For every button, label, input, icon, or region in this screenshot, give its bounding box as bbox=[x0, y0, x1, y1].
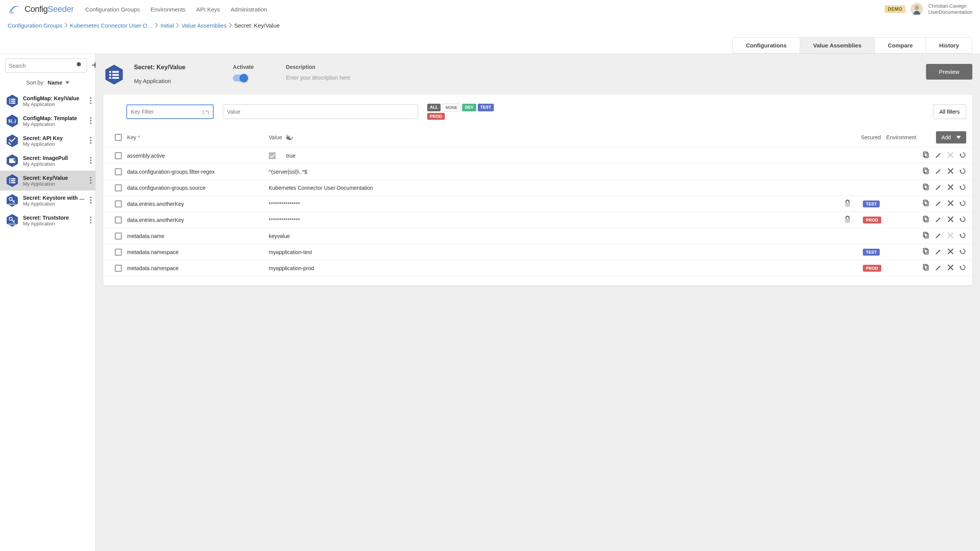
history-icon[interactable] bbox=[959, 248, 966, 256]
search-input[interactable] bbox=[9, 63, 76, 69]
copy-icon[interactable] bbox=[923, 152, 929, 160]
delete-icon[interactable] bbox=[947, 184, 954, 192]
copy-icon[interactable] bbox=[923, 248, 929, 256]
table-row: metadata.namespace myapplication-prod PR… bbox=[103, 260, 972, 276]
pill-prod[interactable]: PROD bbox=[427, 113, 445, 120]
breadcrumb-link[interactable]: Configuration Groups bbox=[8, 22, 62, 29]
sort-control[interactable]: Sort by: Name bbox=[0, 77, 95, 91]
table-row: data.entries.anotherKey *************** … bbox=[103, 196, 972, 212]
toggle-visibility-icon[interactable] bbox=[286, 134, 294, 141]
chevron-right-icon bbox=[229, 22, 232, 29]
assembly-icon bbox=[5, 214, 19, 227]
breadcrumb-link[interactable]: Kubernetes Connector User-D… bbox=[70, 22, 153, 29]
lock-icon bbox=[844, 202, 851, 208]
more-icon[interactable] bbox=[90, 97, 91, 105]
sidebar-item[interactable]: Secret: ImagePull My Application bbox=[0, 151, 95, 171]
delete-icon[interactable] bbox=[947, 248, 954, 256]
table-row: data.entries.anotherKey *************** … bbox=[103, 212, 972, 228]
copy-icon[interactable] bbox=[923, 232, 929, 240]
edit-icon[interactable] bbox=[935, 248, 942, 256]
pill-none[interactable]: NONE bbox=[442, 104, 461, 111]
tab-configurations[interactable]: Configurations bbox=[733, 37, 800, 53]
row-checkbox[interactable] bbox=[115, 201, 122, 207]
sidebar-item-sub: My Application bbox=[23, 101, 86, 107]
sidebar-item[interactable]: ConfigMap: Key/Value My Application bbox=[0, 91, 95, 111]
key-filter-input[interactable] bbox=[131, 109, 203, 115]
sidebar-item[interactable]: Secret: Key/Value My Application bbox=[0, 171, 95, 191]
row-checkbox[interactable] bbox=[115, 233, 122, 240]
delete-icon[interactable] bbox=[947, 168, 954, 176]
tab-compare[interactable]: Compare bbox=[875, 37, 926, 53]
copy-icon[interactable] bbox=[923, 216, 929, 224]
pill-test[interactable]: TEST bbox=[478, 104, 494, 111]
delete-icon[interactable] bbox=[947, 264, 954, 272]
sidebar-item[interactable]: ConfigMap: Template My Application bbox=[0, 111, 95, 131]
assembly-type-icon bbox=[103, 64, 125, 85]
edit-icon[interactable] bbox=[935, 184, 942, 192]
sidebar-item[interactable]: Secret: Keystore with … My Application bbox=[0, 191, 95, 210]
history-icon[interactable] bbox=[959, 168, 966, 176]
row-checkbox[interactable] bbox=[115, 217, 122, 223]
sort-value: Name bbox=[48, 80, 62, 86]
nav-groups[interactable]: Configuration Groups bbox=[85, 6, 140, 13]
add-entry-button[interactable]: Add bbox=[936, 131, 966, 143]
all-filters-button[interactable]: All filters bbox=[933, 104, 966, 119]
history-icon[interactable] bbox=[959, 264, 966, 272]
table-row: data.configuration-groups.filter-regex ^… bbox=[103, 164, 972, 180]
pill-dev[interactable]: DEV bbox=[462, 104, 476, 111]
tab-value-assemblies[interactable]: Value Assemblies bbox=[800, 37, 875, 53]
sidebar-item[interactable]: Secret: API Key My Application bbox=[0, 131, 95, 151]
history-icon[interactable] bbox=[959, 232, 966, 240]
edit-icon[interactable] bbox=[935, 264, 942, 272]
row-checkbox[interactable] bbox=[115, 168, 122, 175]
nav-keys[interactable]: API Keys bbox=[196, 6, 220, 13]
value-true-check bbox=[269, 152, 276, 159]
user-info[interactable]: Christian Cavegn UserDocumentation bbox=[928, 3, 972, 15]
more-icon[interactable] bbox=[90, 177, 91, 185]
activate-toggle[interactable] bbox=[233, 75, 247, 82]
row-checkbox[interactable] bbox=[115, 249, 122, 256]
breadcrumb-link[interactable]: Value Assemblies bbox=[181, 22, 226, 29]
edit-icon[interactable] bbox=[935, 168, 942, 176]
search-input-wrap[interactable] bbox=[5, 59, 87, 73]
select-all-checkbox[interactable] bbox=[115, 134, 122, 141]
value-filter-input[interactable] bbox=[223, 104, 418, 119]
cell-value: *************** bbox=[269, 217, 832, 223]
tab-history[interactable]: History bbox=[926, 37, 972, 53]
avatar[interactable] bbox=[911, 3, 923, 15]
breadcrumb-link[interactable]: Initial bbox=[160, 22, 174, 29]
copy-icon[interactable] bbox=[923, 184, 929, 192]
more-icon[interactable] bbox=[90, 137, 91, 145]
edit-icon[interactable] bbox=[935, 216, 942, 224]
description-input[interactable]: Enter your description here bbox=[286, 75, 350, 81]
preview-button[interactable]: Preview bbox=[926, 64, 972, 80]
edit-icon[interactable] bbox=[935, 200, 942, 208]
history-icon[interactable] bbox=[959, 200, 966, 208]
history-icon[interactable] bbox=[959, 152, 966, 160]
sidebar-item[interactable]: Secret: Truststore My Application bbox=[0, 210, 95, 230]
delete-icon[interactable] bbox=[947, 200, 954, 208]
more-icon[interactable] bbox=[90, 197, 91, 205]
edit-icon[interactable] bbox=[935, 232, 942, 240]
row-checkbox[interactable] bbox=[115, 184, 122, 191]
more-icon[interactable] bbox=[90, 217, 91, 225]
copy-icon[interactable] bbox=[923, 264, 929, 272]
copy-icon[interactable] bbox=[923, 200, 929, 208]
sidebar-item-title: Secret: ImagePull bbox=[23, 155, 86, 161]
key-filter-input-wrap[interactable]: (.*) bbox=[126, 104, 214, 119]
pill-all[interactable]: ALL bbox=[427, 104, 441, 111]
history-icon[interactable] bbox=[959, 216, 966, 224]
more-icon[interactable] bbox=[90, 157, 91, 165]
activate-label: Activate bbox=[233, 64, 253, 70]
edit-icon[interactable] bbox=[935, 152, 942, 160]
row-checkbox[interactable] bbox=[115, 152, 122, 159]
nav-admin[interactable]: Administration bbox=[231, 6, 267, 13]
row-checkbox[interactable] bbox=[115, 265, 122, 272]
delete-icon[interactable] bbox=[947, 216, 954, 224]
copy-icon[interactable] bbox=[923, 168, 929, 176]
logo[interactable]: ConfigSeeder bbox=[8, 3, 74, 15]
sort-label: Sort by: bbox=[26, 80, 44, 86]
more-icon[interactable] bbox=[90, 117, 91, 125]
nav-envs[interactable]: Environments bbox=[150, 6, 186, 13]
history-icon[interactable] bbox=[959, 184, 966, 192]
